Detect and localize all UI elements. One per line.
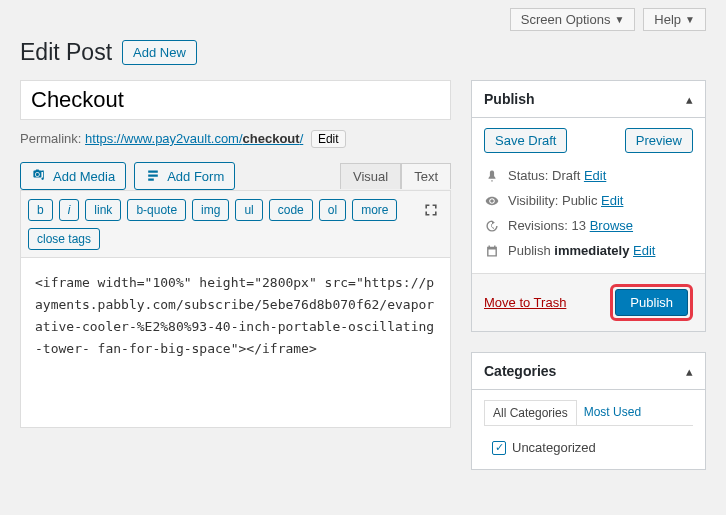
revisions-icon bbox=[484, 219, 500, 233]
tab-text[interactable]: Text bbox=[401, 163, 451, 189]
eye-icon bbox=[484, 194, 500, 208]
help-button[interactable]: Help ▼ bbox=[643, 8, 706, 31]
toolbar-more[interactable]: more bbox=[352, 199, 397, 221]
categories-heading[interactable]: Categories ▴ bbox=[472, 353, 705, 390]
chevron-down-icon: ▼ bbox=[685, 14, 695, 25]
permalink: Permalink: https://www.pay2vault.com/che… bbox=[20, 130, 451, 148]
toolbar-link[interactable]: link bbox=[85, 199, 121, 221]
checkbox-checked-icon[interactable]: ✓ bbox=[492, 441, 506, 455]
publish-button[interactable]: Publish bbox=[615, 289, 688, 316]
toolbar-img[interactable]: img bbox=[192, 199, 229, 221]
add-new-button[interactable]: Add New bbox=[122, 40, 197, 65]
content-editor[interactable]: <iframe width="100%" height="2800px" src… bbox=[20, 258, 451, 428]
chevron-up-icon: ▴ bbox=[686, 364, 693, 379]
edit-status-link[interactable]: Edit bbox=[584, 168, 606, 183]
save-draft-button[interactable]: Save Draft bbox=[484, 128, 567, 153]
preview-button[interactable]: Preview bbox=[625, 128, 693, 153]
pin-icon bbox=[484, 169, 500, 183]
publish-box: Publish ▴ Save Draft Preview Status: Dra… bbox=[471, 80, 706, 332]
tab-visual[interactable]: Visual bbox=[340, 163, 401, 189]
editor-toolbar: b i link b-quote img ul code ol more clo… bbox=[20, 190, 451, 258]
edit-schedule-link[interactable]: Edit bbox=[633, 243, 655, 258]
page-title: Edit Post bbox=[20, 39, 112, 66]
form-icon bbox=[145, 168, 161, 184]
add-form-button[interactable]: Add Form bbox=[134, 162, 235, 190]
toolbar-code[interactable]: code bbox=[269, 199, 313, 221]
toolbar-b[interactable]: b bbox=[28, 199, 53, 221]
toolbar-i[interactable]: i bbox=[59, 199, 80, 221]
toolbar-bquote[interactable]: b-quote bbox=[127, 199, 186, 221]
fullscreen-icon[interactable] bbox=[419, 198, 443, 222]
chevron-down-icon: ▼ bbox=[614, 14, 624, 25]
categories-box: Categories ▴ All Categories Most Used ✓ … bbox=[471, 352, 706, 470]
category-item[interactable]: ✓ Uncategorized bbox=[484, 436, 693, 459]
chevron-up-icon: ▴ bbox=[686, 92, 693, 107]
edit-permalink-button[interactable]: Edit bbox=[311, 130, 346, 148]
screen-options-button[interactable]: Screen Options ▼ bbox=[510, 8, 636, 31]
publish-heading[interactable]: Publish ▴ bbox=[472, 81, 705, 118]
move-to-trash-link[interactable]: Move to Trash bbox=[484, 295, 566, 310]
tab-all-categories[interactable]: All Categories bbox=[484, 400, 577, 425]
tab-most-used[interactable]: Most Used bbox=[576, 400, 649, 425]
calendar-icon bbox=[484, 244, 500, 258]
add-media-button[interactable]: Add Media bbox=[20, 162, 126, 190]
toolbar-close-tags[interactable]: close tags bbox=[28, 228, 100, 250]
post-title-input[interactable] bbox=[20, 80, 451, 120]
browse-revisions-link[interactable]: Browse bbox=[590, 218, 633, 233]
permalink-link[interactable]: https://www.pay2vault.com/checkout/ bbox=[85, 131, 303, 146]
publish-highlight: Publish bbox=[610, 284, 693, 321]
camera-music-icon bbox=[31, 168, 47, 184]
toolbar-ol[interactable]: ol bbox=[319, 199, 346, 221]
toolbar-ul[interactable]: ul bbox=[235, 199, 262, 221]
edit-visibility-link[interactable]: Edit bbox=[601, 193, 623, 208]
